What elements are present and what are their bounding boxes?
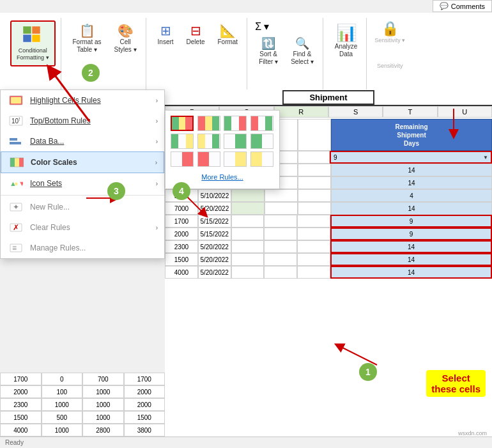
color-scale-9[interactable]	[171, 151, 194, 167]
sort-filter-button[interactable]: 🔃 Sort &Filter ▾	[255, 34, 282, 68]
left-bottom-rows: 1700 0 700 1700 2000 100 1000 2000 2300 …	[0, 373, 165, 436]
svg-text:↑: ↑	[18, 116, 21, 122]
format-as-table-button[interactable]: 📋 Format asTable ▾	[69, 20, 105, 56]
color-scale-8[interactable]	[250, 134, 273, 149]
cell-styles-button[interactable]: 🎨 CellStyles ▾	[111, 20, 141, 56]
newrule-label: New Rule...	[30, 203, 158, 212]
svg-rect-5	[11, 97, 21, 104]
clearrules-arrow: ›	[156, 224, 158, 231]
menu-item-topbottom[interactable]: 10↑ Top/Bottom Rules ›	[1, 111, 164, 131]
svg-rect-12	[15, 158, 19, 167]
format-button[interactable]: 📐 Format	[213, 20, 242, 49]
step-circle-3: 3	[107, 182, 125, 200]
editing-group: Σ ▾ 🔃 Sort &Filter ▾ 🔍 Find &Select ▾ Ed…	[250, 18, 323, 99]
menu-item-iconsets[interactable]: ▲●▼ Icon Sets ›	[1, 173, 164, 194]
sensitivity-group: 🔒 Sensitivity ▾ Sensitivity	[369, 18, 410, 72]
table-row: 1700 5/15/2022 9	[165, 215, 492, 228]
step-circle-1: 1	[359, 363, 377, 381]
color-scale-1[interactable]	[171, 116, 194, 131]
color-scale-10[interactable]	[197, 151, 220, 167]
svg-text:▼: ▼	[19, 180, 23, 187]
colorscales-arrow: ›	[155, 159, 157, 166]
color-scale-4[interactable]	[250, 116, 273, 131]
table-row: 1700 0 700 1700	[0, 373, 165, 385]
conditional-formatting-group: ConditionalFormatting ▾	[5, 18, 61, 99]
status-text: Ready	[5, 439, 24, 446]
cells-group: ⊞ Insert ⊟ Delete 📐 Format Cells	[149, 18, 248, 99]
newrule-icon: ✦	[7, 201, 25, 213]
svg-text:✦: ✦	[13, 203, 19, 212]
svg-rect-2	[23, 35, 31, 42]
highlight-label: Highlight Cells Rules	[30, 96, 156, 105]
bottom-data-rows: 1700 5/15/2022 9 2000 5/15/2022 9 2300 5…	[165, 215, 492, 279]
svg-rect-11	[10, 158, 15, 167]
highlight-arrow: ›	[156, 97, 158, 104]
table-row: 2300 5/10/2022 4	[165, 189, 492, 202]
databar-arrow: ›	[156, 138, 158, 145]
colorscales-label: Color Scales	[31, 158, 155, 167]
menu-item-highlight[interactable]: Highlight Cells Rules ›	[1, 90, 164, 111]
watermark: wsxdn.com	[458, 430, 487, 436]
svg-rect-3	[32, 35, 40, 42]
clearrules-label: Clear Rules	[30, 223, 156, 232]
table-row: 4000 5/20/2022 14	[165, 266, 492, 279]
col-s: S	[328, 106, 383, 118]
colorscales-icon	[8, 156, 26, 169]
color-scale-5[interactable]	[171, 134, 194, 149]
topbottom-icon: 10↑	[7, 114, 25, 127]
ribbon: ConditionalFormatting ▾ 📋 Format asTable…	[0, 13, 492, 102]
topbottom-label: Top/Bottom Rules	[30, 116, 156, 125]
iconsets-arrow: ›	[156, 180, 158, 187]
color-scale-grid	[171, 116, 274, 167]
managerules-icon: ≡	[7, 242, 25, 254]
color-scales-submenu: More Rules...	[165, 110, 280, 189]
select-cells-callout: SelectSelect these cellsthese cells	[426, 370, 486, 397]
analysis-group: 📊 AnalyzeData Analysis	[326, 18, 367, 99]
table-row: 1500 5/20/2022 14	[165, 253, 492, 266]
table-row: 2000 5/15/2022 9	[165, 228, 492, 240]
databar-icon	[7, 135, 25, 148]
shipment-header: Shipment	[282, 90, 374, 105]
svg-rect-1	[32, 26, 40, 34]
conditional-formatting-label: ConditionalFormatting ▾	[17, 47, 49, 61]
shipment-header-area: Shipment	[165, 89, 492, 106]
color-scale-2[interactable]	[197, 116, 220, 131]
svg-rect-13	[19, 158, 24, 167]
menu-item-databar[interactable]: Data Ba... ›	[1, 131, 164, 151]
analyze-data-button[interactable]: 📊 AnalyzeData	[331, 20, 362, 61]
step-circle-4: 4	[173, 182, 190, 200]
delete-button[interactable]: ⊟ Delete	[183, 20, 209, 49]
status-bar: Ready	[0, 436, 492, 448]
menu-item-clearrules[interactable]: ✗ Clear Rules ›	[1, 217, 164, 238]
color-scale-12[interactable]	[250, 151, 273, 167]
insert-button[interactable]: ⊞ Insert	[154, 20, 178, 49]
svg-rect-10	[10, 142, 21, 144]
color-scale-3[interactable]	[224, 116, 247, 131]
conditional-formatting-button[interactable]: ConditionalFormatting ▾	[10, 20, 56, 66]
color-scale-7[interactable]	[224, 134, 247, 149]
topbottom-arrow: ›	[156, 118, 158, 125]
menu-item-colorscales[interactable]: Color Scales ›	[1, 151, 164, 173]
more-rules-link[interactable]: More Rules...	[171, 171, 274, 183]
table-row: 1500 500 1000 1500	[0, 411, 165, 424]
color-scale-6[interactable]	[197, 134, 220, 149]
svg-text:●: ●	[14, 180, 19, 187]
styles-group: 📋 Format asTable ▾ 🎨 CellStyles ▾	[64, 18, 146, 99]
menu-item-managerules[interactable]: ≡ Manage Rules...	[1, 238, 164, 258]
svg-text:≡: ≡	[12, 243, 17, 252]
table-row: 2000 100 1000 2000	[0, 385, 165, 398]
menu-item-newrule[interactable]: ✦ New Rule...	[1, 197, 164, 217]
col-t: T	[383, 106, 437, 118]
table-row: 2300 5/20/2022 14	[165, 240, 492, 253]
conditional-formatting-dropdown: Highlight Cells Rules › 10↑ Top/Bottom R…	[0, 89, 165, 259]
databar-label: Data Ba...	[30, 137, 156, 146]
iconsets-icon: ▲●▼	[7, 177, 25, 190]
svg-rect-0	[23, 26, 31, 34]
svg-text:✗: ✗	[13, 223, 19, 232]
clearrules-icon: ✗	[7, 221, 25, 234]
comments-icon: 💬	[440, 2, 449, 10]
svg-rect-9	[10, 138, 17, 141]
find-select-button[interactable]: 🔍 Find &Select ▾	[287, 34, 318, 68]
color-scale-11[interactable]	[224, 151, 247, 167]
table-row: 7000 5/20/2022 14	[165, 202, 492, 215]
